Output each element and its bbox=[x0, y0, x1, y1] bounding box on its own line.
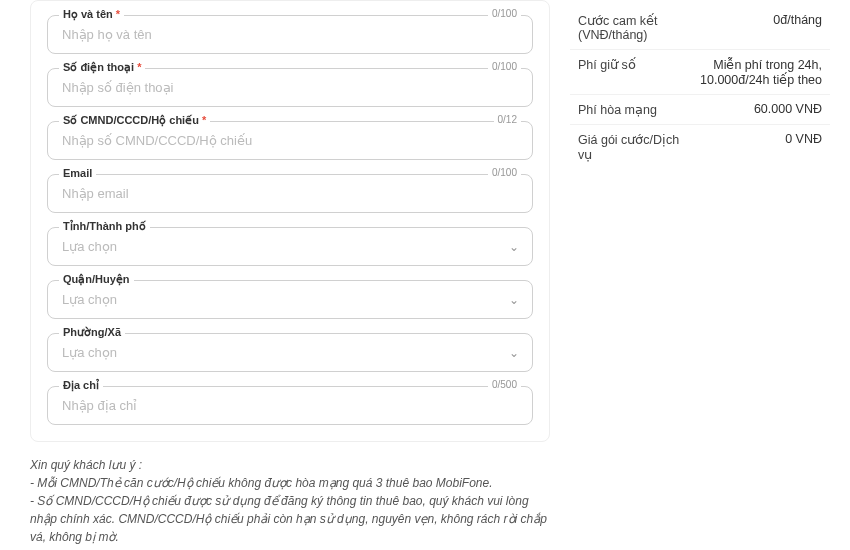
summary-label: Cước cam kết (VNĐ/tháng) bbox=[578, 13, 688, 42]
phone-counter: 0/100 bbox=[488, 61, 521, 72]
fullname-label: Họ và tên * bbox=[59, 8, 124, 21]
field-email: Email 0/100 bbox=[47, 174, 533, 213]
field-address: Địa chỉ 0/500 bbox=[47, 386, 533, 425]
summary-value: Miễn phí trong 24h, 10.000đ/24h tiếp the… bbox=[688, 57, 822, 87]
summary-label: Phí hòa mạng bbox=[578, 102, 688, 117]
field-ward: Phường/Xã Lựa chọn ⌄ bbox=[47, 333, 533, 372]
form-card: Họ và tên * 0/100 Số điện thoại * 0/100 … bbox=[30, 0, 550, 442]
summary-value: 0 VNĐ bbox=[688, 132, 822, 162]
phone-label: Số điện thoại * bbox=[59, 61, 145, 74]
address-label: Địa chỉ bbox=[59, 379, 103, 392]
district-label: Quận/Huyện bbox=[59, 273, 134, 286]
notes-heading: Xin quý khách lưu ý : bbox=[30, 456, 550, 474]
ward-label: Phường/Xã bbox=[59, 326, 125, 339]
fullname-counter: 0/100 bbox=[488, 8, 521, 19]
summary-row-commit: Cước cam kết (VNĐ/tháng) 0đ/tháng bbox=[570, 6, 830, 49]
field-fullname: Họ và tên * 0/100 bbox=[47, 15, 533, 54]
summary-label: Phí giữ số bbox=[578, 57, 688, 87]
province-label: Tỉnh/Thành phố bbox=[59, 220, 150, 233]
notes-line2: - Số CMND/CCCD/Hộ chiếu được sử dụng để … bbox=[30, 492, 550, 546]
notes-line1: - Mỗi CMND/Thẻ căn cước/Hộ chiếu không đ… bbox=[30, 474, 550, 492]
idnum-label: Số CMND/CCCD/Hộ chiếu * bbox=[59, 114, 210, 127]
summary-label: Giá gói cước/Dịch vụ bbox=[578, 132, 688, 162]
email-label: Email bbox=[59, 167, 96, 179]
summary-value: 60.000 VNĐ bbox=[688, 102, 822, 117]
address-input[interactable] bbox=[47, 386, 533, 425]
field-idnum: Số CMND/CCCD/Hộ chiếu * 0/12 bbox=[47, 121, 533, 160]
summary-row-actfee: Phí hòa mạng 60.000 VNĐ bbox=[570, 94, 830, 124]
address-counter: 0/500 bbox=[488, 379, 521, 390]
summary-row-holdfee: Phí giữ số Miễn phí trong 24h, 10.000đ/2… bbox=[570, 49, 830, 94]
email-counter: 0/100 bbox=[488, 167, 521, 178]
summary-panel: Cước cam kết (VNĐ/tháng) 0đ/tháng Phí gi… bbox=[570, 0, 830, 550]
summary-value: 0đ/tháng bbox=[688, 13, 822, 42]
idnum-counter: 0/12 bbox=[494, 114, 521, 125]
notes-block: Xin quý khách lưu ý : - Mỗi CMND/Thẻ căn… bbox=[30, 456, 550, 546]
field-phone: Số điện thoại * 0/100 bbox=[47, 68, 533, 107]
field-province: Tỉnh/Thành phố Lựa chọn ⌄ bbox=[47, 227, 533, 266]
email-input[interactable] bbox=[47, 174, 533, 213]
field-district: Quận/Huyện Lựa chọn ⌄ bbox=[47, 280, 533, 319]
summary-row-pkgfee: Giá gói cước/Dịch vụ 0 VNĐ bbox=[570, 124, 830, 169]
